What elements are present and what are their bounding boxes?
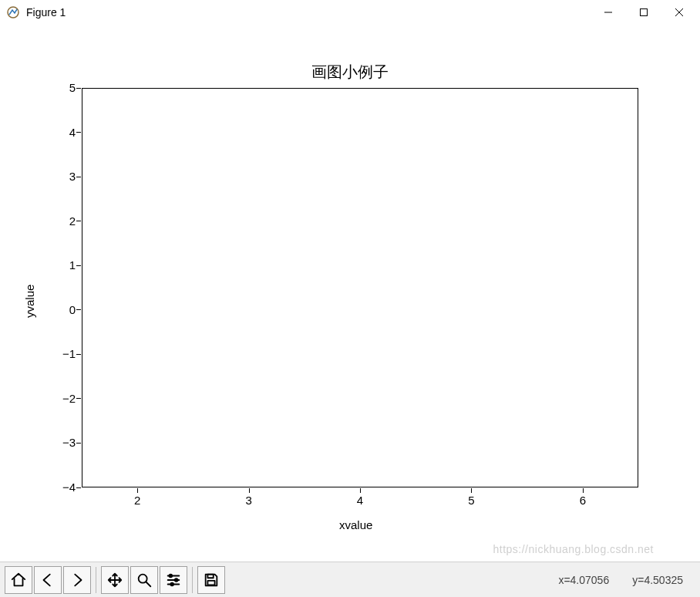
y-tick: 4 <box>51 126 76 139</box>
y-tick: 5 <box>51 81 76 94</box>
minimize-button[interactable] <box>591 0 626 25</box>
forward-button[interactable] <box>63 566 91 594</box>
svg-point-5 <box>139 574 147 582</box>
navigation-toolbar: x=4.07056 y=4.50325 <box>0 562 700 597</box>
maximize-button[interactable] <box>626 0 661 25</box>
svg-point-10 <box>170 574 173 577</box>
svg-rect-14 <box>207 580 214 585</box>
window-title: Figure 1 <box>26 6 66 19</box>
app-icon <box>6 5 20 19</box>
x-tick: 5 <box>459 494 483 507</box>
x-axis-label: xvalue <box>339 518 372 531</box>
y-tick: 2 <box>51 214 76 228</box>
svg-point-11 <box>175 578 178 582</box>
close-button[interactable] <box>661 0 697 25</box>
svg-rect-13 <box>207 574 213 578</box>
svg-point-0 <box>8 7 19 18</box>
zoom-button[interactable] <box>130 566 158 594</box>
home-button[interactable] <box>5 566 32 594</box>
x-tick: 6 <box>571 494 594 507</box>
figure-window: Figure 1 画图小例子 −4−3−2−1012345 23456 yval… <box>0 0 700 597</box>
svg-line-6 <box>146 582 151 586</box>
save-button[interactable] <box>197 566 225 594</box>
y-tick: −2 <box>51 392 76 405</box>
svg-rect-2 <box>641 9 648 16</box>
back-button[interactable] <box>34 566 62 594</box>
pan-button[interactable] <box>101 566 129 594</box>
toolbar-separator <box>192 567 193 593</box>
y-tick: 3 <box>51 170 76 183</box>
y-axis-label: yvalue <box>23 285 36 318</box>
y-tick: −4 <box>51 481 76 494</box>
cursor-coordinates: x=4.07056 y=4.50325 <box>558 574 695 586</box>
y-tick: 1 <box>51 258 76 272</box>
x-tick: 4 <box>348 494 372 507</box>
cursor-y: y=4.50325 <box>632 574 683 586</box>
y-tick: −3 <box>51 436 76 449</box>
configure-subplots-button[interactable] <box>160 566 187 594</box>
y-tick: 0 <box>51 303 76 316</box>
cursor-x: x=4.07056 <box>558 574 609 586</box>
x-tick: 3 <box>237 494 261 507</box>
y-tick: −1 <box>51 347 76 360</box>
watermark: https://nickhuang.blog.csdn.net <box>493 543 654 555</box>
svg-point-12 <box>170 582 173 585</box>
titlebar: Figure 1 <box>0 0 700 25</box>
chart-title: 画图小例子 <box>0 62 700 83</box>
plot-area[interactable] <box>82 88 638 487</box>
figure-canvas[interactable]: 画图小例子 −4−3−2−1012345 23456 yvalue xvalue… <box>0 25 700 562</box>
x-tick: 2 <box>126 494 149 507</box>
toolbar-separator <box>96 567 96 593</box>
